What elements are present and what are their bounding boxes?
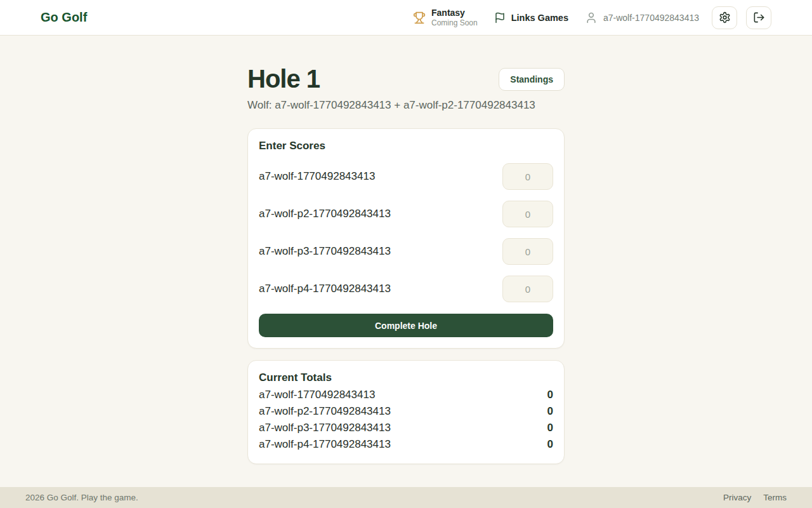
score-row: a7-wolf-p2-1770492843413 <box>259 201 553 227</box>
nav-item-fantasy[interactable]: Fantasy Coming Soon <box>413 8 478 27</box>
fantasy-sublabel: Coming Soon <box>431 18 478 27</box>
gear-icon <box>719 11 731 23</box>
player-name: a7-wolf-p3-1770492843413 <box>259 245 391 258</box>
trophy-icon <box>413 11 426 24</box>
settings-button[interactable] <box>712 6 737 29</box>
totals-row: a7-wolf-p2-1770492843413 0 <box>259 403 553 420</box>
enter-scores-card: Enter Scores a7-wolf-1770492843413 a7-wo… <box>247 128 565 349</box>
app-header: Go Golf Fantasy Coming Soon Links Games … <box>0 0 812 36</box>
enter-scores-heading: Enter Scores <box>259 140 553 152</box>
totals-player-name: a7-wolf-p4-1770492843413 <box>259 436 391 453</box>
totals-row: a7-wolf-1770492843413 0 <box>259 387 553 403</box>
totals-player-value: 0 <box>547 420 553 436</box>
username-label: a7-wolf-1770492843413 <box>603 13 699 23</box>
current-totals-card: Current Totals a7-wolf-1770492843413 0 a… <box>247 360 565 464</box>
totals-player-name: a7-wolf-1770492843413 <box>259 387 375 403</box>
privacy-link[interactable]: Privacy <box>723 493 751 502</box>
flag-icon <box>494 12 506 23</box>
title-row: Hole 1 Standings <box>247 65 565 93</box>
totals-player-value: 0 <box>547 436 553 453</box>
page-title: Hole 1 <box>247 65 320 93</box>
links-games-label: Links Games <box>511 13 568 23</box>
page-footer: 2026 Go Golf. Play the game. Privacy Ter… <box>0 487 812 508</box>
content-container: Hole 1 Standings Wolf: a7-wolf-177049284… <box>247 36 565 464</box>
score-row: a7-wolf-p3-1770492843413 <box>259 238 553 265</box>
totals-player-name: a7-wolf-p2-1770492843413 <box>259 403 391 420</box>
logout-button[interactable] <box>746 6 771 29</box>
user-account: a7-wolf-1770492843413 <box>585 11 699 24</box>
player-name: a7-wolf-p2-1770492843413 <box>259 208 391 220</box>
player-name: a7-wolf-p4-1770492843413 <box>259 283 391 295</box>
totals-player-value: 0 <box>547 387 553 403</box>
header-actions <box>712 6 771 29</box>
score-input-player-4[interactable] <box>502 276 553 302</box>
fantasy-text: Fantasy Coming Soon <box>431 8 478 27</box>
player-name: a7-wolf-1770492843413 <box>259 170 375 183</box>
terms-link[interactable]: Terms <box>763 493 787 502</box>
totals-row: a7-wolf-p3-1770492843413 0 <box>259 420 553 436</box>
score-input-player-2[interactable] <box>502 201 553 227</box>
nav-item-links-games[interactable]: Links Games <box>494 12 568 23</box>
footer-links: Privacy Terms <box>723 493 787 502</box>
complete-hole-button[interactable]: Complete Hole <box>259 314 553 337</box>
score-row: a7-wolf-p4-1770492843413 <box>259 276 553 302</box>
logout-icon <box>753 11 765 23</box>
score-row: a7-wolf-1770492843413 <box>259 163 553 190</box>
totals-row: a7-wolf-p4-1770492843413 0 <box>259 436 553 453</box>
header-nav: Fantasy Coming Soon Links Games a7-wolf-… <box>413 6 771 29</box>
standings-button[interactable]: Standings <box>499 68 565 91</box>
fantasy-label: Fantasy <box>431 8 478 18</box>
score-input-player-1[interactable] <box>502 163 553 190</box>
main-content: Hole 1 Standings Wolf: a7-wolf-177049284… <box>0 36 812 487</box>
wolf-subtitle: Wolf: a7-wolf-1770492843413 + a7-wolf-p2… <box>247 99 565 112</box>
user-icon <box>585 11 598 24</box>
copyright-text: 2026 Go Golf. Play the game. <box>25 493 138 502</box>
app-logo[interactable]: Go Golf <box>41 10 87 25</box>
current-totals-heading: Current Totals <box>259 371 553 384</box>
score-input-player-3[interactable] <box>502 238 553 265</box>
totals-player-name: a7-wolf-p3-1770492843413 <box>259 420 391 436</box>
totals-list: a7-wolf-1770492843413 0 a7-wolf-p2-17704… <box>259 387 553 453</box>
totals-player-value: 0 <box>547 403 553 420</box>
